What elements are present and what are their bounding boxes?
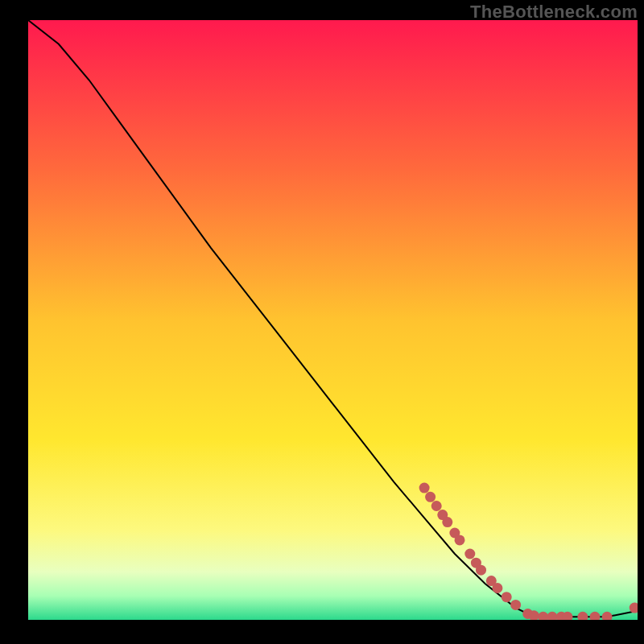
chart-plot-area — [28, 20, 638, 620]
data-point — [442, 517, 452, 527]
chart-background — [28, 20, 638, 620]
data-point — [492, 583, 502, 593]
data-point — [431, 501, 442, 511]
chart-svg — [28, 20, 638, 620]
data-point — [464, 549, 475, 559]
data-point — [455, 535, 465, 545]
data-point — [425, 492, 436, 502]
chart-container: TheBottleneck.com — [0, 0, 644, 644]
data-point — [510, 600, 521, 610]
data-point — [502, 592, 512, 602]
data-point — [476, 565, 486, 576]
data-point — [419, 483, 430, 493]
